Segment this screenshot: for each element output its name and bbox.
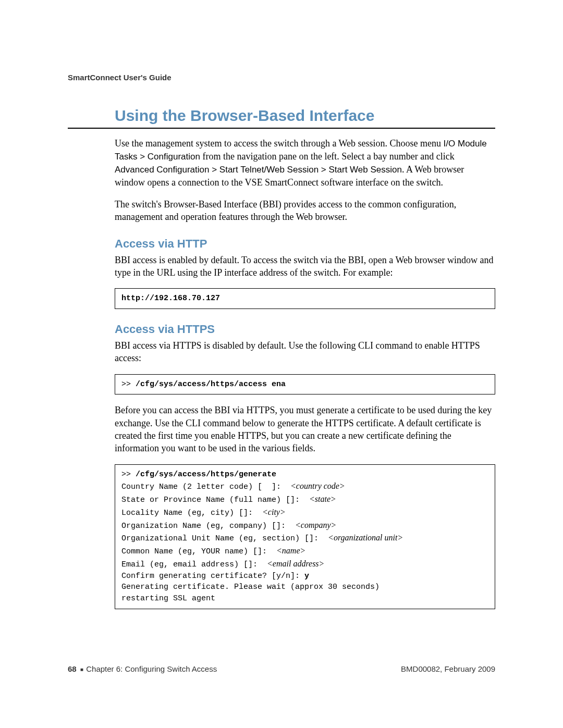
code-line: Locality Name (eg, city) []: bbox=[121, 509, 262, 517]
code-line: Organizational Unit Name (eg, section) [… bbox=[121, 534, 328, 543]
intro-paragraph-2: The switch's Browser-Based Interface (BB… bbox=[115, 198, 495, 224]
https-paragraph-2: Before you can access the BBI via HTTPS,… bbox=[115, 404, 495, 454]
menu-path-2: Advanced Configuration > Start Telnet/We… bbox=[115, 165, 402, 175]
footer-left: 68 ■ Chapter 6: Configuring Switch Acces… bbox=[68, 664, 217, 673]
user-input: y bbox=[304, 572, 309, 581]
page-footer: 68 ■ Chapter 6: Configuring Switch Acces… bbox=[68, 664, 495, 673]
code-box-https-enable: >> /cfg/sys/access/https/access ena bbox=[115, 374, 495, 395]
command: /cfg/sys/access/https/access ena bbox=[136, 380, 286, 389]
separator-icon: ■ bbox=[79, 667, 86, 672]
code-box-https-generate: >> /cfg/sys/access/https/generate Countr… bbox=[115, 464, 495, 609]
subheading-https: Access via HTTPS bbox=[115, 323, 495, 336]
placeholder: <country code> bbox=[290, 482, 345, 490]
https-paragraph-1: BBI access via HTTPS is disabled by defa… bbox=[115, 339, 495, 365]
text: from the navigation pane on the left. Se… bbox=[200, 151, 455, 162]
page-number: 68 bbox=[68, 664, 77, 673]
placeholder: <name> bbox=[276, 546, 305, 555]
http-paragraph: BBI access is enabled by default. To acc… bbox=[115, 254, 495, 279]
page-content: SmartConnect User's Guide Using the Brow… bbox=[0, 0, 563, 609]
code-line: Common Name (eg, YOUR name) []: bbox=[121, 547, 276, 556]
placeholder: <company> bbox=[295, 521, 336, 529]
subheading-http: Access via HTTP bbox=[115, 237, 495, 251]
footer-right: BMD00082, February 2009 bbox=[401, 664, 495, 673]
code-text: http://192.168.70.127 bbox=[121, 294, 220, 303]
prompt: >> bbox=[121, 470, 136, 479]
code-line: Organization Name (eg, company) []: bbox=[121, 522, 295, 530]
code-line: Country Name (2 letter code) [ ]: bbox=[121, 483, 290, 491]
code-line: Email (eg, email address) []: bbox=[121, 560, 267, 569]
placeholder: <email address> bbox=[267, 559, 324, 568]
code-line: State or Province Name (full name) []: bbox=[121, 496, 309, 504]
code-line: Generating certificate. Please wait (app… bbox=[121, 583, 380, 591]
body-column: Use the management system to access the … bbox=[68, 137, 495, 609]
code-line: restarting SSL agent bbox=[121, 594, 215, 603]
prompt: >> bbox=[121, 380, 136, 389]
text: Use the management system to access the … bbox=[115, 138, 444, 149]
section-title: Using the Browser-Based Interface bbox=[68, 107, 495, 125]
placeholder: <state> bbox=[309, 495, 336, 503]
title-rule bbox=[68, 128, 495, 129]
running-header: SmartConnect User's Guide bbox=[68, 73, 495, 82]
placeholder: <organizational unit> bbox=[328, 533, 403, 542]
intro-paragraph-1: Use the management system to access the … bbox=[115, 137, 495, 189]
code-box-http-url: http://192.168.70.127 bbox=[115, 288, 495, 309]
command: /cfg/sys/access/https/generate bbox=[136, 470, 276, 479]
chapter-label: Chapter 6: Configuring Switch Access bbox=[86, 664, 217, 673]
placeholder: <city> bbox=[262, 508, 286, 516]
code-line: Confirm generating certificate? [y/n]: bbox=[121, 572, 304, 581]
